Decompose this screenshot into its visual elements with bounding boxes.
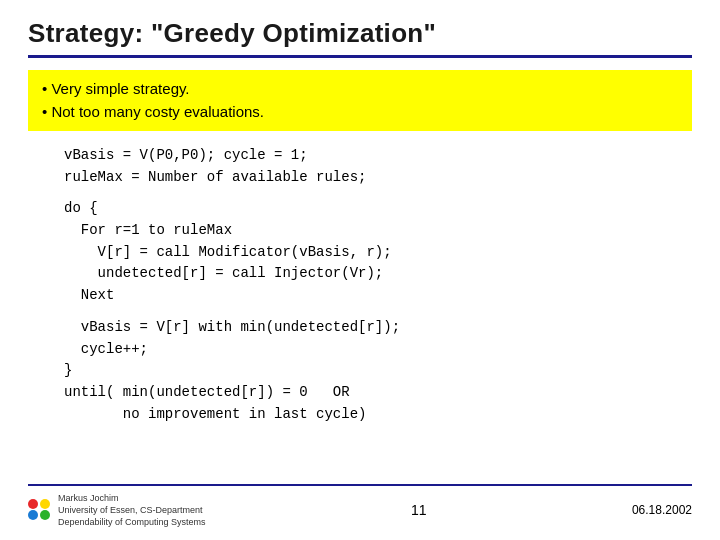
code-line-12: } bbox=[64, 360, 692, 382]
code-line-10: vBasis = V[r] with min(undetected[r]); bbox=[64, 317, 692, 339]
code-line-1: vBasis = V(P0,P0); cycle = 1; bbox=[64, 145, 692, 167]
code-line-11: cycle++; bbox=[64, 339, 692, 361]
circle-yellow bbox=[40, 499, 50, 509]
footer-author-block: Markus Jochim University of Essen, CS-De… bbox=[58, 492, 206, 528]
footer-page-number: 11 bbox=[411, 502, 427, 518]
code-line-2: ruleMax = Number of available rules; bbox=[64, 167, 692, 189]
bullet-item-1: Very simple strategy. bbox=[42, 78, 678, 101]
code-line-5: For r=1 to ruleMax bbox=[64, 220, 692, 242]
title-area: Strategy: "Greedy Optimization" bbox=[28, 18, 692, 58]
code-block: vBasis = V(P0,P0); cycle = 1; ruleMax = … bbox=[64, 145, 692, 476]
footer-author: Markus Jochim bbox=[58, 492, 206, 504]
footer-department: Dependability of Computing Systems bbox=[58, 516, 206, 528]
logo-circles bbox=[28, 499, 50, 521]
code-line-6: V[r] = call Modificator(vBasis, r); bbox=[64, 242, 692, 264]
code-line-8: Next bbox=[64, 285, 692, 307]
code-line-7: undetected[r] = call Injector(Vr); bbox=[64, 263, 692, 285]
footer-date: 06.18.2002 bbox=[632, 503, 692, 517]
code-line-14: no improvement in last cycle) bbox=[64, 404, 692, 426]
circle-green bbox=[40, 510, 50, 520]
code-line-4: do { bbox=[64, 198, 692, 220]
footer-left: Markus Jochim University of Essen, CS-De… bbox=[28, 492, 206, 528]
code-line-13: until( min(undetected[r]) = 0 OR bbox=[64, 382, 692, 404]
slide-title: Strategy: "Greedy Optimization" bbox=[28, 18, 692, 49]
circle-red bbox=[28, 499, 38, 509]
footer-institution: University of Essen, CS-Department bbox=[58, 504, 206, 516]
circle-blue bbox=[28, 510, 38, 520]
slide: Strategy: "Greedy Optimization" Very sim… bbox=[0, 0, 720, 540]
bullet-box: Very simple strategy. Not too many costy… bbox=[28, 70, 692, 131]
footer: Markus Jochim University of Essen, CS-De… bbox=[28, 484, 692, 528]
bullet-item-2: Not too many costy evaluations. bbox=[42, 101, 678, 124]
